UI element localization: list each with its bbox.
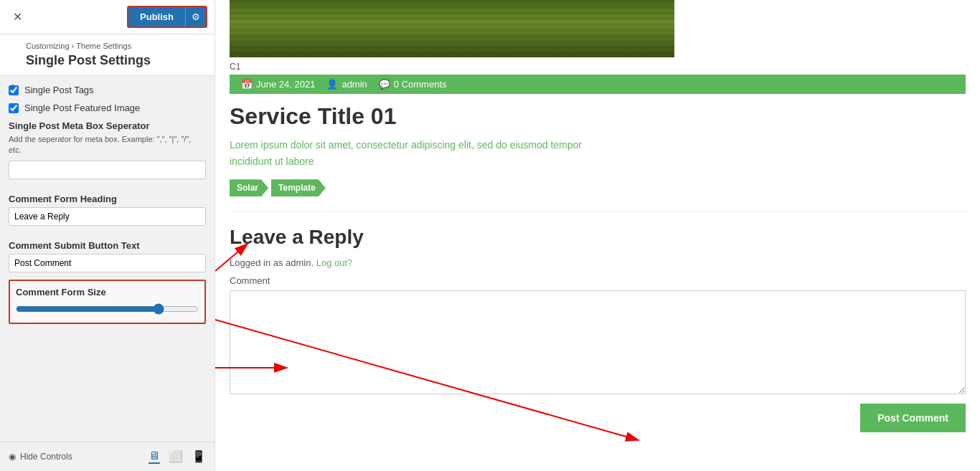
separator-input[interactable] bbox=[9, 161, 206, 179]
comment-form-size-label: Comment Form Size bbox=[16, 287, 199, 298]
desktop-icon[interactable]: 🖥 bbox=[149, 449, 160, 464]
breadcrumb: Customizing › Theme Settings bbox=[26, 42, 206, 50]
hide-controls-label: Hide Controls bbox=[20, 452, 72, 462]
comment-form-size-box: Comment Form Size bbox=[9, 280, 206, 324]
back-button[interactable]: ‹ bbox=[7, 76, 17, 97]
post-meta-bar: 📅 June 24, 2021 👤 admin 💬 0 Comments bbox=[230, 75, 966, 94]
single-post-featured-image-label: Single Post Featured Image bbox=[24, 103, 140, 113]
separator-section-title: Single Post Meta Box Seperator bbox=[9, 120, 206, 131]
publish-gear-button[interactable]: ⚙ bbox=[185, 7, 206, 27]
preview-content: C1 📅 June 24, 2021 👤 admin 💬 0 Comments … bbox=[215, 0, 980, 461]
comment-form-size-slider[interactable] bbox=[16, 303, 199, 315]
tags-area: Solar Template bbox=[230, 179, 966, 196]
panel-body: Single Post Tags Single Post Featured Im… bbox=[0, 76, 215, 442]
left-panel: ✕ Publish ⚙ ‹ Customizing › Theme Settin… bbox=[0, 0, 215, 471]
single-post-featured-image-checkbox[interactable] bbox=[9, 103, 19, 113]
comment-label: Comment bbox=[230, 275, 966, 286]
post-divider bbox=[230, 211, 966, 211]
post-comments: 💬 0 Comments bbox=[379, 79, 447, 90]
reply-section: Leave a Reply Logged in as admin. Log ou… bbox=[215, 226, 980, 432]
post-author-text: admin bbox=[341, 79, 367, 90]
panel-header-wrapper: ‹ Customizing › Theme Settings Single Po… bbox=[0, 34, 215, 76]
post-author: 👤 admin bbox=[326, 79, 367, 90]
post-category: C1 bbox=[230, 62, 966, 72]
publish-button[interactable]: Publish bbox=[128, 7, 185, 27]
post-date: 📅 June 24, 2021 bbox=[241, 79, 315, 90]
post-excerpt: Lorem ipsum dolor sit amet, consectetur … bbox=[230, 137, 966, 169]
close-button[interactable]: ✕ bbox=[7, 7, 28, 27]
comment-submit-label: Comment Submit Button Text bbox=[9, 240, 206, 251]
author-icon: 👤 bbox=[326, 79, 338, 90]
separator-section-desc: Add the seperator for meta box. Example:… bbox=[9, 134, 206, 156]
hide-controls-button[interactable]: ◉ Hide Controls bbox=[9, 452, 72, 462]
panel-header: Customizing › Theme Settings Single Post… bbox=[0, 34, 215, 76]
logout-link[interactable]: Log out? bbox=[316, 257, 353, 268]
post-date-text: June 24, 2021 bbox=[256, 79, 315, 90]
post-comments-text: 0 Comments bbox=[394, 79, 447, 90]
featured-image bbox=[230, 0, 674, 57]
panel-title: Single Post Settings bbox=[26, 53, 206, 68]
top-bar: ✕ Publish ⚙ bbox=[0, 0, 215, 34]
tag-solar[interactable]: Solar bbox=[230, 179, 268, 196]
comment-heading-input[interactable] bbox=[9, 207, 206, 226]
single-post-tags-label: Single Post Tags bbox=[24, 85, 94, 95]
publish-container: Publish ⚙ bbox=[127, 6, 207, 28]
eye-icon: ◉ bbox=[9, 452, 16, 462]
logged-in-text: Logged in as admin. Log out? bbox=[230, 257, 966, 268]
single-post-tags-row: Single Post Tags bbox=[9, 85, 206, 95]
reply-title: Leave a Reply bbox=[230, 226, 966, 249]
mobile-icon[interactable]: 📱 bbox=[192, 449, 206, 464]
comment-heading-label: Comment Form Heading bbox=[9, 194, 206, 204]
post-title: Service Title 01 bbox=[230, 103, 966, 130]
date-icon: 📅 bbox=[241, 79, 253, 90]
single-post-featured-image-row: Single Post Featured Image bbox=[9, 103, 206, 113]
post-comment-button[interactable]: Post Comment bbox=[860, 404, 966, 432]
tablet-icon[interactable]: ⬜ bbox=[169, 449, 183, 464]
tag-template[interactable]: Template bbox=[271, 179, 326, 196]
device-icons: 🖥 ⬜ 📱 bbox=[149, 449, 206, 464]
bottom-bar: ◉ Hide Controls 🖥 ⬜ 📱 bbox=[0, 442, 215, 471]
comment-textarea[interactable] bbox=[230, 290, 966, 394]
comment-icon: 💬 bbox=[379, 79, 390, 90]
right-panel: C1 📅 June 24, 2021 👤 admin 💬 0 Comments … bbox=[215, 0, 980, 471]
comment-submit-input[interactable] bbox=[9, 254, 206, 272]
